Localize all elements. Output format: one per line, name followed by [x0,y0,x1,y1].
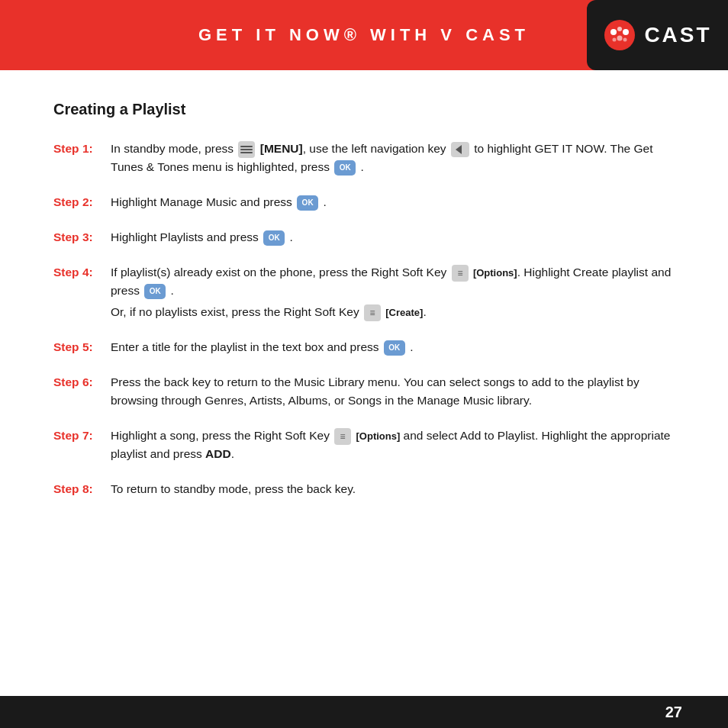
step-3: Step 3: Highlight Playlists and press OK… [53,228,675,246]
svg-point-1 [610,29,617,35]
ok-button-icon-1: OK [334,160,356,176]
step-7-content: Highlight a song, press the Right Soft K… [111,427,675,463]
svg-text:≡: ≡ [369,308,375,318]
step-1-label: Step 1: [53,140,111,176]
page-number: 27 [665,704,682,721]
svg-point-6 [623,38,627,42]
logo-text: CAST [644,23,711,47]
svg-text:≡: ≡ [457,268,462,279]
soft-key-icon-1: ≡ [452,265,469,282]
svg-text:≡: ≡ [340,431,346,442]
options-label: [Options] [473,267,517,279]
ok-button-icon-2: OK [297,195,318,211]
step-8-label: Step 8: [53,480,111,498]
header-logo: CAST [587,0,728,70]
svg-point-4 [617,36,623,41]
svg-rect-8 [240,146,253,147]
page-title: Creating a Playlist [53,101,675,118]
step-1-content: In standby mode, press [MENU], use the l… [111,140,675,176]
ok-button-icon-5: OK [384,340,405,356]
svg-point-0 [604,20,635,50]
step-2-content: Highlight Manage Music and press OK . [111,193,675,211]
svg-rect-10 [240,152,253,153]
step-7-label: Step 7: [53,427,111,463]
svg-point-3 [623,29,629,35]
create-label: [Create] [385,307,423,318]
step-6-content: Press the back key to return to the Musi… [111,373,675,410]
step-4-sub: Or, if no playlists exist, press the Rig… [111,303,675,321]
menu-key-icon [238,141,255,158]
step-1: Step 1: In standby mode, press [MENU], u… [53,140,675,176]
step-2-label: Step 2: [53,193,111,211]
step-2: Step 2: Highlight Manage Music and press… [53,193,675,211]
main-content: Creating a Playlist Step 1: In standby m… [0,70,728,538]
step-6-label: Step 6: [53,373,111,410]
svg-point-2 [617,27,622,31]
step-8-content: To return to standby mode, press the bac… [111,480,675,498]
soft-key-icon-2: ≡ [364,304,381,321]
header: GET IT NOW® WITH V CAST CAST [0,0,728,70]
add-label: ADD [205,447,231,460]
step-6: Step 6: Press the back key to return to … [53,373,675,410]
ok-button-icon-3: OK [263,230,285,246]
vcast-logo-icon [603,18,636,52]
step-5-content: Enter a title for the playlist in the te… [111,338,675,356]
step-4-content: If playlist(s) already exist on the phon… [111,263,675,321]
svg-rect-9 [240,149,253,150]
step-7: Step 7: Highlight a song, press the Righ… [53,427,675,463]
step-5-label: Step 5: [53,338,111,356]
footer: 27 [0,696,728,728]
nav-key-icon [451,142,469,157]
ok-button-icon-4: OK [144,284,166,299]
menu-label: [MENU] [260,142,303,155]
header-title: GET IT NOW® WITH V CAST [198,25,530,45]
step-3-label: Step 3: [53,228,111,246]
step-4: Step 4: If playlist(s) already exist on … [53,263,675,321]
soft-key-icon-3: ≡ [334,428,351,445]
options-label-2: [Options] [356,430,401,442]
svg-point-5 [613,38,617,42]
step-8: Step 8: To return to standby mode, press… [53,480,675,498]
step-4-label: Step 4: [53,263,111,321]
step-5: Step 5: Enter a title for the playlist i… [53,338,675,356]
step-3-content: Highlight Playlists and press OK . [111,228,675,246]
